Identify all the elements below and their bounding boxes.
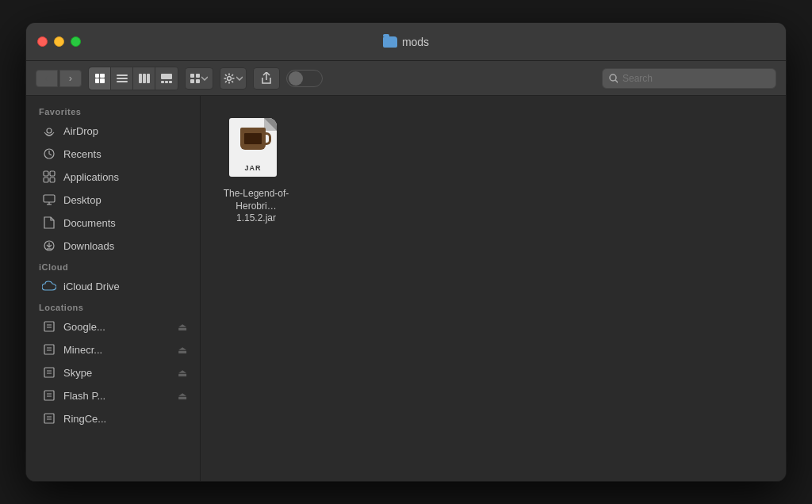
view-dropdown[interactable] bbox=[185, 67, 213, 90]
dropdown-chevron-icon bbox=[201, 76, 208, 81]
sidebar-minecraft-label: Minecr... bbox=[63, 344, 170, 356]
toggle-knob bbox=[289, 71, 303, 86]
locations-section-header: Locations bbox=[26, 298, 200, 315]
coffee-cup bbox=[240, 128, 266, 150]
svg-rect-25 bbox=[50, 171, 55, 176]
sidebar-item-minecraft[interactable]: Minecr... ⏏ bbox=[29, 338, 197, 361]
documents-icon bbox=[42, 216, 56, 230]
view-gallery-button[interactable] bbox=[155, 67, 178, 90]
svg-line-19 bbox=[225, 81, 227, 82]
jar-paper-bg: JAR bbox=[229, 118, 277, 177]
sidebar-item-recents[interactable]: Recents bbox=[29, 143, 197, 165]
sidebar-recents-label: Recents bbox=[63, 148, 187, 160]
share-icon bbox=[261, 72, 272, 85]
svg-rect-26 bbox=[44, 178, 48, 182]
svg-rect-7 bbox=[190, 74, 194, 78]
sidebar-item-applications[interactable]: Applications bbox=[29, 166, 197, 188]
nav-buttons: ‹ › bbox=[36, 70, 82, 87]
columns-icon bbox=[139, 74, 150, 83]
titlebar: mods bbox=[26, 23, 786, 61]
search-bar[interactable] bbox=[602, 68, 776, 89]
close-button[interactable] bbox=[37, 36, 48, 47]
title-area: mods bbox=[383, 36, 429, 48]
minimize-button[interactable] bbox=[54, 36, 64, 47]
toggle-button[interactable] bbox=[286, 70, 323, 87]
sidebar-item-google[interactable]: Google... ⏏ bbox=[29, 315, 197, 338]
sidebar: Favorites AirDrop Recents Applications bbox=[26, 96, 201, 481]
action-button[interactable] bbox=[220, 67, 247, 90]
file-name: The-Legend-of-Herobri…1.15.2.jar bbox=[223, 188, 289, 225]
search-input[interactable] bbox=[622, 73, 769, 84]
flash-eject-icon[interactable]: ⏏ bbox=[178, 390, 187, 402]
sidebar-item-skype[interactable]: Skype ⏏ bbox=[29, 361, 197, 384]
view-list-button[interactable] bbox=[111, 67, 133, 90]
gear-icon bbox=[224, 73, 235, 84]
dropdown-grid-icon bbox=[190, 74, 200, 83]
sidebar-skype-label: Skype bbox=[63, 367, 170, 379]
sidebar-item-downloads[interactable]: Downloads bbox=[29, 235, 197, 257]
airdrop-icon bbox=[42, 124, 56, 138]
sidebar-flash-label: Flash P... bbox=[63, 390, 170, 402]
svg-rect-27 bbox=[50, 178, 55, 182]
skype-drive-icon bbox=[42, 365, 56, 380]
coffee-liquid bbox=[244, 133, 262, 144]
sidebar-icloud-label: iCloud Drive bbox=[63, 281, 187, 292]
svg-point-20 bbox=[610, 74, 616, 81]
view-columns-button[interactable] bbox=[133, 67, 155, 90]
desktop-icon bbox=[42, 193, 56, 207]
list-icon bbox=[117, 74, 128, 82]
icloud-icon bbox=[42, 279, 56, 293]
svg-rect-34 bbox=[44, 322, 54, 331]
svg-line-18 bbox=[232, 74, 233, 76]
svg-rect-0 bbox=[139, 74, 142, 83]
sidebar-item-flash[interactable]: Flash P... ⏏ bbox=[29, 384, 197, 407]
sidebar-item-icloud-drive[interactable]: iCloud Drive bbox=[29, 275, 197, 297]
forward-button[interactable]: › bbox=[59, 70, 82, 87]
jar-label: JAR bbox=[229, 164, 277, 172]
svg-rect-4 bbox=[161, 81, 164, 83]
gallery-icon bbox=[161, 74, 172, 83]
jar-file-icon: JAR bbox=[229, 118, 283, 181]
sidebar-item-ringce[interactable]: RingCe... bbox=[29, 407, 197, 430]
applications-icon bbox=[42, 170, 56, 184]
svg-rect-43 bbox=[44, 391, 54, 400]
search-icon bbox=[609, 74, 618, 83]
google-eject-icon[interactable]: ⏏ bbox=[178, 321, 187, 333]
main-content: Favorites AirDrop Recents Applications bbox=[26, 96, 786, 481]
svg-rect-40 bbox=[44, 368, 54, 377]
sidebar-documents-label: Documents bbox=[63, 217, 187, 229]
traffic-lights bbox=[37, 36, 81, 47]
view-buttons bbox=[88, 67, 178, 90]
maximize-button[interactable] bbox=[71, 36, 81, 47]
recents-icon bbox=[42, 147, 56, 161]
svg-line-21 bbox=[615, 80, 618, 83]
svg-rect-28 bbox=[44, 195, 55, 202]
icloud-section-header: iCloud bbox=[26, 258, 200, 274]
skype-eject-icon[interactable]: ⏏ bbox=[178, 367, 187, 379]
back-button[interactable]: ‹ bbox=[36, 70, 58, 87]
ringce-drive-icon bbox=[42, 411, 56, 426]
view-icon-button[interactable] bbox=[89, 67, 111, 90]
action-chevron-icon bbox=[236, 76, 243, 81]
grid-icon bbox=[95, 74, 105, 83]
svg-rect-46 bbox=[44, 414, 54, 423]
sidebar-applications-label: Applications bbox=[63, 171, 187, 183]
svg-rect-3 bbox=[161, 74, 172, 79]
svg-rect-37 bbox=[44, 345, 54, 354]
sidebar-item-documents[interactable]: Documents bbox=[29, 212, 197, 234]
svg-rect-5 bbox=[165, 81, 168, 83]
svg-rect-10 bbox=[196, 79, 200, 83]
sidebar-desktop-label: Desktop bbox=[63, 194, 187, 206]
flash-drive-icon bbox=[42, 388, 56, 403]
minecraft-drive-icon bbox=[42, 342, 56, 357]
svg-rect-1 bbox=[143, 74, 146, 83]
jar-file-item[interactable]: JAR The-Legend-of-Herobri…1.15.2.jar bbox=[216, 112, 296, 231]
sidebar-item-desktop[interactable]: Desktop bbox=[29, 189, 197, 211]
share-button[interactable] bbox=[253, 67, 280, 90]
sidebar-downloads-label: Downloads bbox=[63, 240, 187, 252]
sidebar-item-airdrop[interactable]: AirDrop bbox=[29, 120, 197, 142]
svg-rect-9 bbox=[190, 79, 194, 83]
window-title: mods bbox=[402, 36, 429, 48]
minecraft-eject-icon[interactable]: ⏏ bbox=[178, 344, 187, 356]
svg-point-11 bbox=[228, 76, 232, 80]
